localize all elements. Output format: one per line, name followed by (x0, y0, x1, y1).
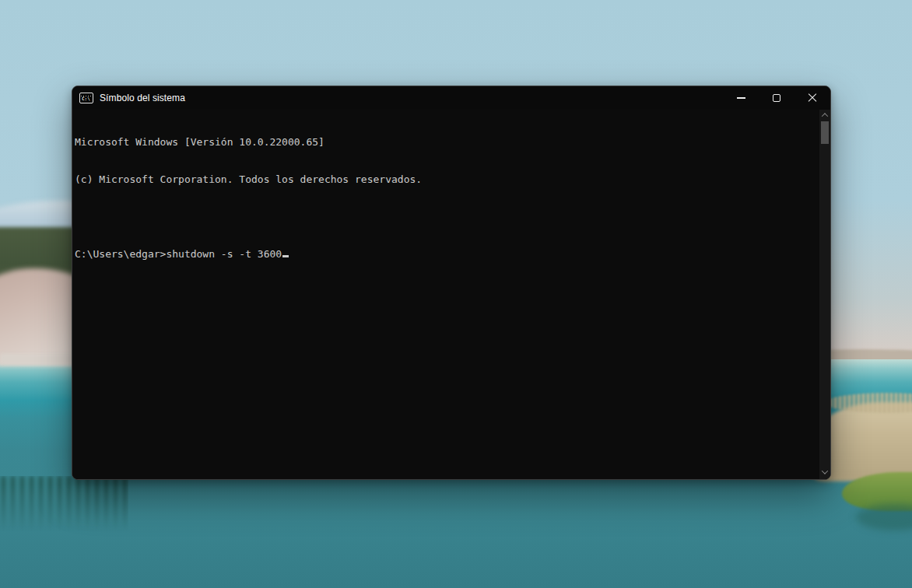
terminal-blank-line (75, 211, 816, 223)
close-button[interactable] (794, 86, 830, 110)
terminal-cursor (282, 255, 289, 257)
scroll-up-button[interactable] (819, 110, 830, 121)
window-controls (723, 86, 830, 110)
terminal-output-line: Microsoft Windows [Versión 10.0.22000.65… (75, 136, 816, 149)
cmd-window: Símbolo del sistema Microsoft Windows [V… (72, 86, 831, 480)
vertical-scrollbar[interactable] (819, 110, 830, 479)
maximize-button[interactable] (759, 86, 794, 110)
scroll-down-button[interactable] (819, 467, 830, 478)
window-title: Símbolo del sistema (100, 93, 185, 103)
terminal-output-area[interactable]: Microsoft Windows [Versión 10.0.22000.65… (72, 110, 830, 479)
terminal-output-line: (c) Microsoft Corporation. Todos los der… (75, 173, 816, 186)
chevron-down-icon (822, 467, 828, 474)
scrollbar-thumb[interactable] (821, 121, 829, 144)
cmd-prompt-icon (79, 93, 93, 103)
minimize-icon (737, 97, 745, 98)
titlebar[interactable]: Símbolo del sistema (72, 86, 830, 110)
terminal-command-text: C:\Users\edgar>shutdown -s -t 3600 (75, 248, 282, 260)
maximize-icon (773, 94, 780, 102)
close-icon (808, 93, 817, 103)
minimize-button[interactable] (723, 86, 759, 110)
terminal-prompt-line: C:\Users\edgar>shutdown -s -t 3600 (75, 248, 816, 261)
chevron-up-icon (822, 113, 828, 119)
wallpaper-tree-reflection (0, 476, 128, 534)
